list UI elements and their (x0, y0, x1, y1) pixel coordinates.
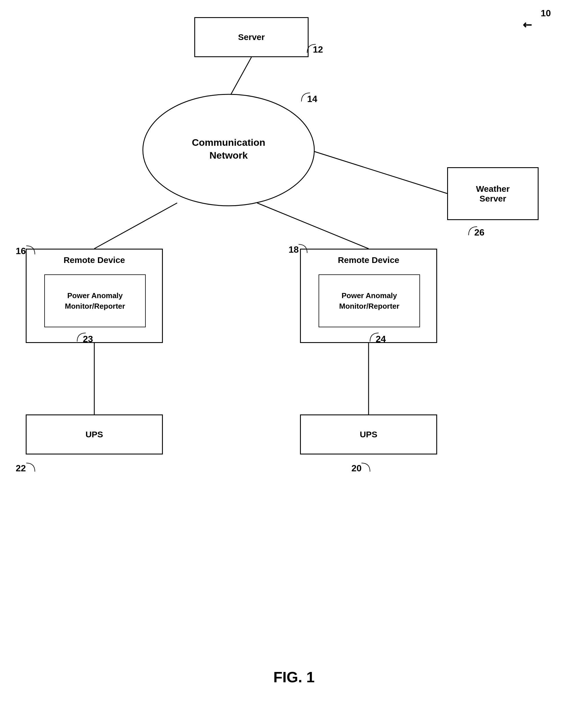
pam-right-label: Power Anomaly Monitor/Reporter (339, 290, 399, 311)
arrow-10: ↙ (520, 17, 536, 33)
ups-left: UPS (26, 414, 163, 454)
ref-26: 26 (474, 227, 485, 238)
ref-18: 18 (289, 244, 299, 255)
pam-right: Power Anomaly Monitor/Reporter (319, 274, 420, 327)
ups-left-label: UPS (85, 430, 103, 439)
diagram-container: 10 ↙ Server 12 Communication Network 14 … (0, 0, 588, 720)
svg-line-1 (314, 151, 447, 193)
svg-text:Communication: Communication (192, 137, 266, 148)
weather-server-box: Weather Server (447, 167, 539, 220)
ups-right-label: UPS (360, 430, 377, 439)
remote-device-left-label: Remote Device (26, 255, 162, 265)
weather-server-label: Weather Server (476, 184, 510, 204)
ref-14: 14 (307, 94, 317, 104)
ref-10: 10 (541, 8, 551, 19)
server-label: Server (238, 32, 265, 42)
pam-left: Power Anomaly Monitor/Reporter (44, 274, 146, 327)
comm-network-shape: Communication Network (129, 89, 329, 211)
server-box: Server (194, 17, 309, 57)
ref-12: 12 (313, 44, 323, 55)
ref-22: 22 (16, 463, 26, 474)
ref-20: 20 (352, 463, 362, 474)
ref-23: 23 (83, 334, 93, 345)
pam-left-label: Power Anomaly Monitor/Reporter (65, 290, 125, 311)
figure-label: FIG. 1 (273, 668, 315, 686)
ref-24: 24 (376, 334, 386, 345)
remote-device-right-label: Remote Device (301, 255, 436, 265)
svg-text:Network: Network (209, 150, 248, 161)
ups-right: UPS (300, 414, 437, 454)
ref-16: 16 (16, 246, 26, 256)
